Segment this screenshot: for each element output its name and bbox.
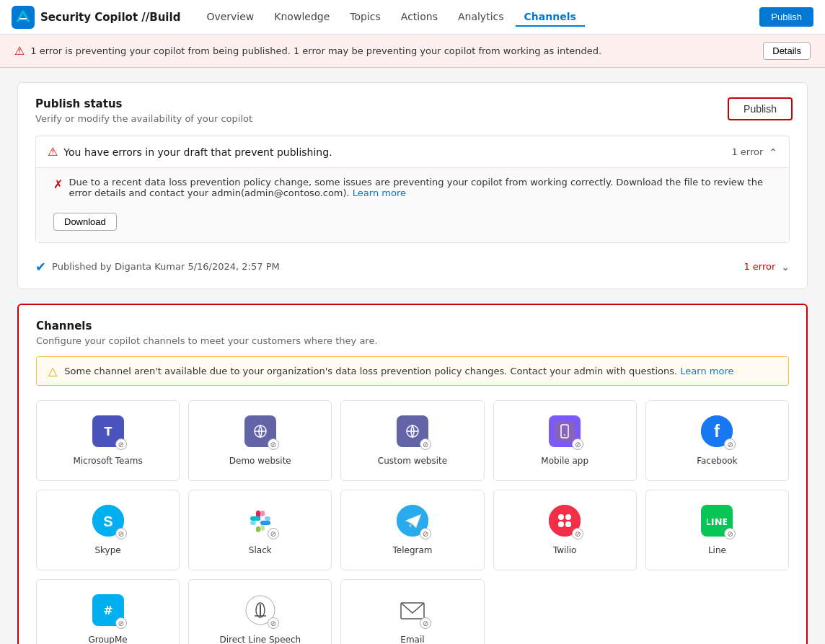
nav-actions[interactable]: Actions <box>392 8 446 27</box>
publish-status-subtitle: Verify or modify the availability of you… <box>35 113 790 124</box>
channel-item-facebook[interactable]: f ⊘ Facebook <box>645 400 789 481</box>
twilio-label: Twilio <box>553 545 577 555</box>
skype-icon-wrap: S ⊘ <box>92 505 124 537</box>
svg-rect-18 <box>250 516 260 521</box>
error-section-header-left: ⚠ You have errors in your draft that pre… <box>48 145 332 159</box>
error-banner-details-button[interactable]: Details <box>763 42 811 60</box>
channel-item-teams[interactable]: T ⊘ Microsoft Teams <box>36 400 180 481</box>
skype-label: Skype <box>94 545 120 555</box>
download-button[interactable]: Download <box>53 213 117 231</box>
channel-item-twilio[interactable]: ⊘ Twilio <box>493 490 637 570</box>
slack-icon-wrap: ⊘ <box>244 505 276 537</box>
directline-label: Direct Line Speech <box>219 635 301 644</box>
channel-item-mobile[interactable]: ⊘ Mobile app <box>493 400 637 481</box>
channel-item-directline[interactable]: ⊘ Direct Line Speech <box>188 579 332 644</box>
svg-rect-9 <box>555 421 575 441</box>
published-by-left: ✔ Published by Diganta Kumar 5/16/2024, … <box>35 259 280 274</box>
demo-icon-wrap: ⊘ <box>244 415 276 447</box>
custom-icon-wrap: ⊘ <box>397 415 428 447</box>
channel-item-groupme[interactable]: # ⊘ GroupMe <box>36 579 180 644</box>
error-detail-icon: ✗ <box>53 177 63 191</box>
svg-point-27 <box>565 514 571 520</box>
topnav-publish-button[interactable]: Publish <box>759 7 813 27</box>
svg-rect-23 <box>260 525 265 531</box>
groupme-icon-wrap: # ⊘ <box>92 594 124 626</box>
twilio-blocked-badge: ⊘ <box>572 528 583 539</box>
groupme-blocked-badge: ⊘ <box>115 617 127 629</box>
chevron-up-icon: ⌃ <box>769 146 777 158</box>
channels-title: Channels <box>36 319 789 332</box>
svg-text:S: S <box>103 513 112 529</box>
app-logo: Security Copilot //Build <box>12 6 180 29</box>
svg-point-26 <box>558 514 564 520</box>
teams-blocked-badge: ⊘ <box>115 438 127 450</box>
channel-item-email[interactable]: ⊘ Email <box>340 579 484 644</box>
svg-rect-17 <box>260 511 265 516</box>
twilio-icon-wrap: ⊘ <box>549 505 581 537</box>
mobile-icon-wrap: ⊘ <box>549 415 581 447</box>
channel-item-telegram[interactable]: ⊘ Telegram <box>340 490 484 570</box>
warning-text: Some channel aren't available due to you… <box>64 366 733 376</box>
facebook-blocked-badge: ⊘ <box>724 438 736 450</box>
warning-triangle-icon: △ <box>48 364 57 378</box>
app-title: Security Copilot //Build <box>40 11 180 24</box>
svg-text:f: f <box>714 421 720 441</box>
publish-button[interactable]: Publish <box>728 97 793 120</box>
svg-rect-21 <box>265 516 270 521</box>
error-banner-left: ⚠ 1 error is preventing your copilot fro… <box>14 44 601 58</box>
facebook-label: Facebook <box>697 456 737 466</box>
demo-blocked-badge: ⊘ <box>268 438 279 450</box>
custom-label: Custom website <box>378 456 447 466</box>
svg-point-28 <box>558 521 564 527</box>
channel-item-demo[interactable]: ⊘ Demo website <box>188 400 332 481</box>
error-banner-icon: ⚠ <box>14 44 25 58</box>
channels-card: Channels Configure your copilot channels… <box>17 304 808 644</box>
top-nav: Security Copilot //Build Overview Knowle… <box>0 0 825 35</box>
error-circle-icon: ⚠ <box>48 145 58 159</box>
svg-text:LINE: LINE <box>707 516 727 527</box>
directline-icon-wrap: ⊘ <box>244 594 276 626</box>
channel-item-skype[interactable]: S ⊘ Skype <box>36 490 180 570</box>
email-blocked-badge: ⊘ <box>420 617 431 629</box>
error-banner: ⚠ 1 error is preventing your copilot fro… <box>0 35 825 68</box>
demo-label: Demo website <box>229 456 291 466</box>
svg-rect-20 <box>260 521 270 525</box>
error-section-header-text: You have errors in your draft that preve… <box>63 146 332 158</box>
mobile-blocked-badge: ⊘ <box>572 438 583 450</box>
nav-knowledge[interactable]: Knowledge <box>265 8 338 27</box>
published-by-text: Published by Diganta Kumar 5/16/2024, 2:… <box>52 261 280 272</box>
channels-subtitle: Configure your copilot channels to meet … <box>36 335 789 346</box>
error-detail-text: Due to a recent data loss prevention pol… <box>69 177 772 198</box>
svg-rect-19 <box>250 521 256 525</box>
channel-item-custom[interactable]: ⊘ Custom website <box>340 400 484 481</box>
email-icon-wrap: ⊘ <box>397 594 428 626</box>
channels-learn-more-link[interactable]: Learn more <box>680 366 733 376</box>
nav-channels[interactable]: Channels <box>516 8 585 27</box>
svg-text:T: T <box>104 425 112 438</box>
teams-label: Microsoft Teams <box>73 456 142 466</box>
facebook-icon-wrap: f ⊘ <box>701 415 733 447</box>
slack-blocked-badge: ⊘ <box>268 528 279 539</box>
mobile-label: Mobile app <box>541 456 588 466</box>
nav-topics[interactable]: Topics <box>341 8 389 27</box>
error-banner-message: 1 error is preventing your copilot from … <box>30 45 601 56</box>
channel-grid: T ⊘ Microsoft Teams ⊘ Demo website <box>36 400 789 644</box>
svg-rect-0 <box>12 6 35 29</box>
nav-overview[interactable]: Overview <box>198 8 262 27</box>
nav-analytics[interactable]: Analytics <box>449 8 513 27</box>
published-by-row: ✔ Published by Diganta Kumar 5/16/2024, … <box>35 252 790 274</box>
error-section: ⚠ You have errors in your draft that pre… <box>35 136 790 243</box>
teams-icon-wrap: T ⊘ <box>92 415 124 447</box>
telegram-label: Telegram <box>393 545 433 555</box>
main-content: Publish status Verify or modify the avai… <box>0 68 825 644</box>
channel-item-line[interactable]: LINE ⊘ Line <box>645 490 789 570</box>
groupme-label: GroupMe <box>88 635 127 644</box>
svg-text:#: # <box>103 604 112 617</box>
app-logo-icon <box>12 6 35 29</box>
channel-item-slack[interactable]: ⊘ Slack <box>188 490 332 570</box>
channels-warning-banner: △ Some channel aren't available due to y… <box>36 356 789 386</box>
learn-more-link[interactable]: Learn more <box>353 188 406 198</box>
error-section-header[interactable]: ⚠ You have errors in your draft that pre… <box>36 136 789 167</box>
email-label: Email <box>400 635 424 644</box>
directline-blocked-badge: ⊘ <box>268 617 279 629</box>
